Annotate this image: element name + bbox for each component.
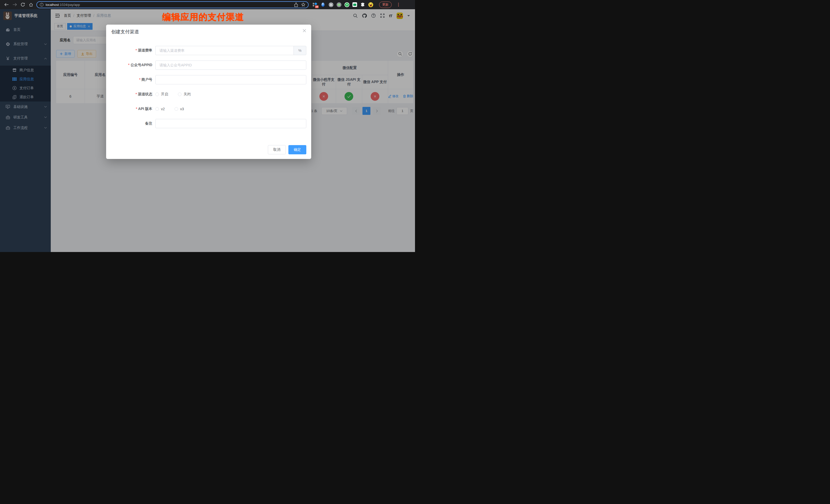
screen: localhost:1024/pay/app 10 xyxy=(0,0,415,252)
forward-icon[interactable] xyxy=(11,1,18,8)
remark-label: 备注 xyxy=(111,121,155,126)
chrome-update-button[interactable]: 更新 xyxy=(379,2,392,8)
remark-input[interactable] xyxy=(155,119,306,128)
balloon-extension-icon[interactable] xyxy=(320,2,325,7)
radio-label: v3 xyxy=(180,107,184,111)
api-v3-radio[interactable]: v3 xyxy=(174,107,184,111)
url-text: localhost:1024/pay/app xyxy=(45,3,80,7)
radio-label: 关闭 xyxy=(184,92,191,97)
annotation-text: 编辑应用的支付渠道 xyxy=(162,11,244,23)
reload-icon[interactable] xyxy=(20,1,26,8)
dialog-title: 创建支付渠道 xyxy=(111,29,139,35)
rate-suffix: % xyxy=(293,46,306,55)
merchant-input[interactable] xyxy=(155,75,306,84)
profile-avatar-icon[interactable] xyxy=(368,2,373,7)
radio-icon xyxy=(155,93,159,96)
url-actions xyxy=(294,3,305,7)
status-label: 渠道状态 xyxy=(111,92,155,97)
browser-nav xyxy=(0,1,36,8)
url-host: localhost xyxy=(45,3,59,7)
radio-icon xyxy=(155,107,159,111)
dialog-footer: 取消 确定 xyxy=(268,145,306,154)
confirm-button[interactable]: 确定 xyxy=(288,145,306,154)
radio-icon xyxy=(178,93,182,96)
puzzle-extensions-icon[interactable] xyxy=(360,2,365,7)
extensions-bar: 10 更新 xyxy=(313,2,415,8)
form-row-appid: 公众号APPID xyxy=(111,61,306,70)
url-path: :1024/pay/app xyxy=(59,3,80,7)
share-icon[interactable] xyxy=(294,3,298,7)
pinned-extension-icon[interactable]: 10 xyxy=(313,2,318,7)
form-row-api-version: API 版本 v2 v3 xyxy=(111,104,306,114)
command-extension-icon[interactable] xyxy=(328,2,333,7)
status-off-radio[interactable]: 关闭 xyxy=(178,92,191,97)
home-icon[interactable] xyxy=(28,1,34,8)
dialog-close-icon[interactable] xyxy=(302,29,306,33)
cancel-button[interactable]: 取消 xyxy=(268,145,286,154)
rate-input[interactable] xyxy=(155,46,293,55)
y-extension-icon[interactable] xyxy=(344,2,349,7)
form-row-merchant: 商户号 xyxy=(111,75,306,84)
appid-input[interactable] xyxy=(155,61,306,70)
api-version-label: API 版本 xyxy=(111,107,155,111)
extension-badge: 10 xyxy=(315,5,319,8)
merchant-label: 商户号 xyxy=(111,77,155,82)
site-info-icon[interactable] xyxy=(40,3,43,7)
radio-label: v2 xyxy=(161,107,165,111)
dialog-form: 渠道费率 % 公众号APPID 商户号 渠道状态 开启 xyxy=(111,46,306,133)
form-row-remark: 备注 xyxy=(111,119,306,128)
rate-label: 渠道费率 xyxy=(111,48,155,53)
form-row-rate: 渠道费率 % xyxy=(111,46,306,55)
url-bar[interactable]: localhost:1024/pay/app xyxy=(36,1,309,8)
radio-icon xyxy=(174,107,178,111)
browser-menu-icon[interactable] xyxy=(396,3,401,6)
dot-extension-icon[interactable] xyxy=(336,2,342,7)
api-v2-radio[interactable]: v2 xyxy=(155,107,165,111)
bookmark-star-icon[interactable] xyxy=(301,3,305,7)
status-on-radio[interactable]: 开启 xyxy=(155,92,168,97)
create-channel-dialog: 创建支付渠道 渠道费率 % 公众号APPID 商户号 渠道状态 xyxy=(106,25,311,159)
appid-label: 公众号APPID xyxy=(111,63,155,67)
radio-label: 开启 xyxy=(161,92,168,97)
browser-chrome: localhost:1024/pay/app 10 xyxy=(0,0,415,9)
form-row-status: 渠道状态 开启 关闭 xyxy=(111,90,306,99)
back-icon[interactable] xyxy=(3,1,10,8)
chat-extension-icon[interactable] xyxy=(352,2,357,7)
